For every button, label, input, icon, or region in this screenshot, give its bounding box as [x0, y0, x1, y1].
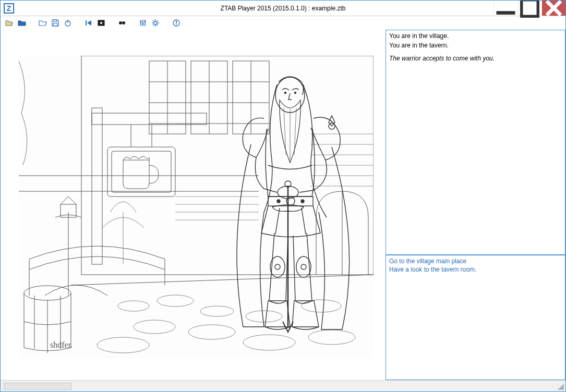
story-pane[interactable]: You are in the village. You are in the t…	[386, 30, 565, 255]
svg-rect-18	[144, 21, 146, 22]
svg-point-95	[275, 264, 280, 270]
rewind-icon[interactable]	[84, 18, 93, 28]
window-controls	[493, 1, 565, 16]
image-pane: shdfer.	[1, 30, 386, 380]
svg-rect-1	[522, 0, 538, 16]
svg-point-96	[301, 264, 306, 270]
svg-point-30	[176, 24, 177, 26]
svg-point-75	[308, 330, 355, 345]
svg-point-77	[302, 300, 341, 312]
svg-point-89	[301, 200, 304, 203]
open-folder-icon[interactable]	[38, 18, 47, 28]
svg-point-68	[118, 301, 149, 311]
svg-line-26	[157, 20, 158, 21]
svg-point-69	[157, 295, 194, 307]
titlebar[interactable]: Z ZTAB Player 2015 (2015.0.1.0) : exampl…	[1, 1, 565, 16]
svg-point-76	[97, 337, 149, 353]
svg-point-11	[119, 21, 122, 24]
maximize-button[interactable]	[517, 1, 541, 16]
svg-point-94	[296, 256, 311, 277]
goto-icon[interactable]	[97, 18, 106, 28]
scene-illustration: shdfer.	[19, 56, 374, 358]
svg-point-93	[270, 256, 285, 277]
svg-point-71	[134, 320, 175, 334]
svg-point-88	[277, 200, 280, 203]
svg-point-10	[100, 22, 102, 24]
svg-point-12	[122, 21, 125, 24]
app-icon: Z	[4, 3, 14, 14]
svg-point-19	[154, 21, 157, 24]
toolbar	[1, 16, 565, 30]
content-area: shdfer. You are in the village. You are …	[1, 30, 565, 380]
svg-point-73	[246, 311, 282, 322]
story-line: You are in the tavern.	[389, 42, 562, 50]
svg-line-91	[302, 208, 306, 234]
svg-rect-8	[86, 20, 87, 26]
close-button[interactable]	[541, 1, 565, 16]
right-column: You are in the village. You are in the t…	[386, 30, 565, 380]
open-icon[interactable]	[17, 18, 27, 28]
gear-icon[interactable]	[151, 18, 160, 28]
svg-rect-41	[92, 108, 102, 264]
illustration-signature: shdfer.	[50, 340, 73, 349]
statusbar	[1, 380, 565, 391]
svg-line-24	[153, 20, 154, 21]
svg-rect-45	[107, 147, 175, 197]
info-icon[interactable]	[172, 18, 181, 28]
sliders-icon[interactable]	[138, 18, 148, 28]
choices-pane: Go to the village main place Have a look…	[386, 255, 565, 380]
svg-rect-5	[53, 23, 57, 26]
eye-icon[interactable]	[117, 18, 127, 28]
svg-line-90	[275, 208, 280, 234]
window-title: ZTAB Player 2015 (2015.0.1.0) : example.…	[1, 5, 565, 12]
story-event: The warrior accepts to come with you.	[389, 55, 562, 63]
choice-link[interactable]: Have a look to the tavern room.	[389, 266, 562, 273]
svg-rect-17	[142, 23, 144, 24]
svg-line-25	[157, 24, 158, 26]
svg-point-80	[285, 92, 286, 94]
choice-link[interactable]: Go to the village main place	[389, 258, 562, 265]
svg-point-64	[24, 286, 71, 300]
svg-rect-46	[112, 151, 171, 192]
resize-grip[interactable]	[558, 384, 564, 390]
status-cell	[4, 383, 71, 390]
svg-line-27	[153, 24, 154, 26]
svg-rect-16	[140, 21, 142, 22]
power-icon[interactable]	[63, 18, 73, 28]
svg-point-74	[243, 335, 295, 350]
open-dropdown-icon[interactable]	[5, 18, 14, 28]
svg-point-72	[188, 325, 235, 339]
save-icon[interactable]	[51, 18, 60, 28]
svg-point-81	[295, 92, 296, 94]
svg-rect-86	[268, 197, 313, 206]
svg-point-70	[200, 306, 234, 316]
minimize-button[interactable]	[493, 1, 517, 16]
story-line: You are in the village.	[389, 32, 562, 41]
